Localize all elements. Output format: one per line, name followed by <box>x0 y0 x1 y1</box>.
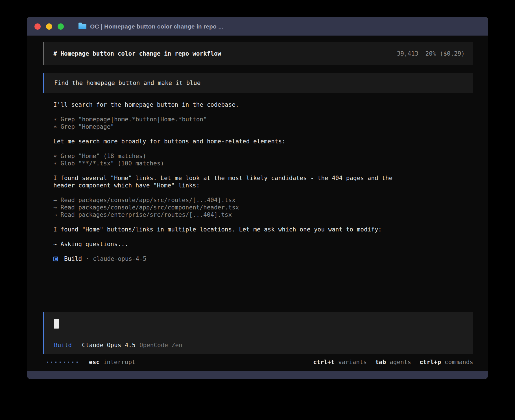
session-cost: ($0.29) <box>440 50 465 57</box>
transcript-line: ∗ Grep "Home" (18 matches) <box>53 152 473 160</box>
transcript-line: ∗ Glob "**/*.tsx" (100 matches) <box>53 160 473 167</box>
agent-model: claude-opus-4-5 <box>93 255 147 262</box>
agent-separator: · <box>86 255 89 262</box>
hint-interrupt: esc interrupt <box>89 358 136 366</box>
zoom-button[interactable] <box>58 23 64 30</box>
hint-label: variants <box>338 358 367 366</box>
hint-agents: tabagents <box>375 358 411 366</box>
transcript-line: ∗ Grep "Homepage" <box>53 123 473 130</box>
session-title: # Homepage button color change in repo w… <box>53 50 221 57</box>
input-meta: Build Claude Opus 4.5 OpenCode Zen <box>54 342 465 349</box>
transcript-line: → Read packages/console/app/src/routes/[… <box>53 196 473 204</box>
hint-variants: ctrl+tvariants <box>313 358 367 366</box>
hint-key: ctrl+p <box>420 358 441 366</box>
agent-name: Build <box>64 255 82 262</box>
hint-commands: ctrl+pcommands <box>420 358 473 366</box>
statusbar-left: esc interrupt <box>43 358 136 366</box>
input-model-label: Claude Opus 4.5 <box>82 342 136 349</box>
statusbar: esc interrupt ctrl+tvariantstabagentsctr… <box>43 357 473 367</box>
folder-icon <box>78 24 86 29</box>
titlebar[interactable]: OC | Homepage button color change in rep… <box>27 17 488 36</box>
statusbar-right: ctrl+tvariantstabagentsctrl+pcommands <box>313 358 473 366</box>
transcript: I'll search for the homepage button in t… <box>43 101 473 248</box>
session-header: # Homepage button color change in repo w… <box>43 42 473 65</box>
hint-key: esc <box>89 358 100 366</box>
transcript-line: ~ Asking questions... <box>53 240 473 248</box>
transcript-line: → Read packages/console/app/src/componen… <box>53 204 473 211</box>
text-cursor <box>54 319 59 329</box>
minimize-button[interactable] <box>46 23 52 30</box>
close-button[interactable] <box>34 23 41 30</box>
transcript-gap <box>53 233 473 240</box>
session-stats: 39,413 20% ($0.29) <box>397 50 465 57</box>
hint-key: tab <box>375 358 386 366</box>
transcript-gap <box>53 189 473 196</box>
token-count: 39,413 <box>397 50 418 57</box>
traffic-lights <box>34 23 64 30</box>
transcript-gap <box>53 145 473 152</box>
transcript-line: ∗ Grep "homepage|home.*button|Home.*butt… <box>53 116 473 123</box>
transcript-line: I found several "Home" links. Let me loo… <box>53 174 473 182</box>
terminal-window: OC | Homepage button color change in rep… <box>27 17 488 379</box>
window-bottom-bar <box>27 371 488 379</box>
transcript-gap <box>53 108 473 116</box>
hint-label: agents <box>390 358 411 366</box>
transcript-line: Let me search more broadly for buttons a… <box>53 138 473 145</box>
user-message: Find the homepage button and make it blu… <box>43 73 473 93</box>
input-provider-label: OpenCode Zen <box>139 342 182 349</box>
hint-key: ctrl+t <box>313 358 335 366</box>
transcript-line: I'll search for the homepage button in t… <box>53 101 473 108</box>
terminal-content: # Homepage button color change in repo w… <box>27 36 488 371</box>
context-percent: 20% <box>425 50 436 57</box>
window-title: OC | Homepage button color change in rep… <box>90 23 223 30</box>
transcript-line: I found "Home" buttons/links in multiple… <box>53 226 473 233</box>
spinner-dots <box>47 362 78 363</box>
transcript-line: header component which have "Home" links… <box>53 182 473 189</box>
hint-label: commands <box>445 358 473 366</box>
prompt-input[interactable]: Build Claude Opus 4.5 OpenCode Zen <box>43 312 473 354</box>
build-mode-icon <box>53 257 58 261</box>
transcript-gap <box>53 130 473 138</box>
transcript-gap <box>53 218 473 226</box>
input-mode-label: Build <box>54 342 72 349</box>
transcript-line: → Read packages/enterprise/src/routes/[.… <box>53 211 473 218</box>
agent-status: Build · claude-opus-4-5 <box>43 255 473 262</box>
transcript-gap <box>53 167 473 174</box>
hint-label: interrupt <box>103 358 136 366</box>
